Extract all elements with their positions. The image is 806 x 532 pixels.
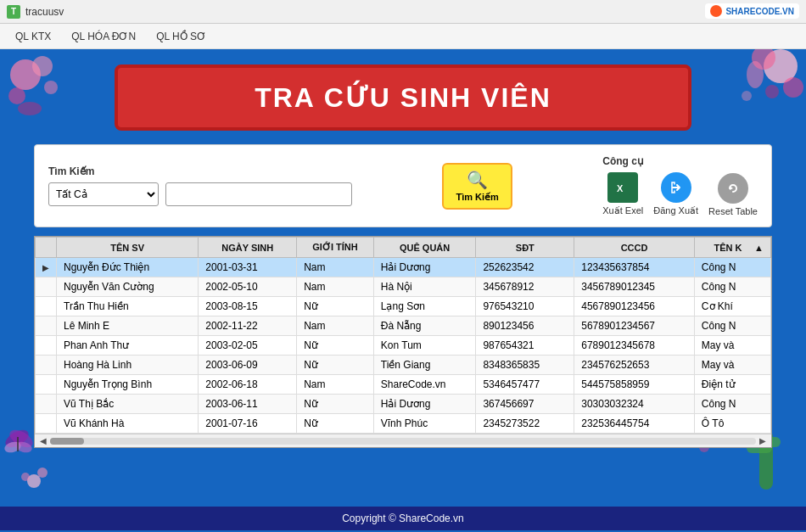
svg-point-5 [764,49,798,83]
svg-point-14 [14,440,33,455]
cell-sdt: 890123456 [476,316,574,336]
watermark-top: SHARECODE.VN [705,3,799,19]
cell-gioitinh: Nam [297,258,374,277]
table-scroll[interactable]: TÊN SV NGÀY SINH GIỚI TÍNH QUÊ QUÁN SĐT … [35,237,771,434]
col-header-sdt: SĐT [476,238,574,258]
cell-ngaysinh: 2003-06-11 [199,395,297,414]
table-row[interactable]: Lê Minh E 2002-11-22 Nam Đà Nẵng 8901234… [36,316,771,336]
table-scrollbar[interactable]: ◀ ▶ [35,434,771,447]
row-indicator [36,336,57,356]
cell-cccd: 3456789012345 [574,277,695,297]
cell-ngaysinh: 2003-02-05 [199,336,297,356]
table-row[interactable]: Nguyễn Văn Cường 2002-05-10 Nam Hà Nội 3… [36,277,771,297]
cell-tenk: Ô Tô [694,414,770,434]
table-row[interactable]: Hoàng Hà Linh 2003-06-09 Nữ Tiền Giang 8… [36,356,771,375]
search-button-label: Tìm Kiếm [456,192,498,203]
menu-ql-hoadon[interactable]: QL HÓA ĐƠN [63,27,144,46]
svg-point-9 [747,61,764,88]
cell-gioitinh: Nam [297,375,374,395]
row-indicator [36,414,57,434]
cell-ngaysinh: 2002-06-18 [199,375,297,395]
table-row[interactable]: Nguyễn Trọng Bình 2002-06-18 Nam ShareCo… [36,375,771,395]
scroll-right-arrow[interactable]: ▶ [756,436,770,445]
cell-quequan: Đà Nẵng [373,316,476,336]
cell-gioitinh: Nữ [297,356,374,375]
svg-point-8 [765,85,779,98]
row-indicator [36,356,57,375]
table-row[interactable]: Trần Thu Hiền 2003-08-15 Nữ Lạng Sơn 976… [36,297,771,316]
cell-sdt: 252623542 [476,258,574,277]
cell-quequan: Lạng Sơn [373,297,476,316]
cell-sdt: 367456697 [476,395,574,414]
cell-sdt: 976543210 [476,297,574,316]
svg-point-11 [3,427,31,451]
table-container: TÊN SV NGÀY SINH GIỚI TÍNH QUÊ QUÁN SĐT … [34,236,772,448]
col-header-tensv: TÊN SV [57,238,199,258]
cell-gioitinh: Nữ [297,395,374,414]
table-body: ▶ Nguyễn Đức Thiện 2001-03-31 Nam Hải Dư… [36,258,771,434]
app-title: tracuusv [25,6,64,18]
svg-point-2 [8,87,25,104]
cell-cccd: 123435637854 [574,258,695,277]
scrollbar-track [50,438,756,445]
export-excel-button[interactable]: X Xuất Exel [602,172,643,216]
title-bar: T tracuusv SHARECODE.VN [0,0,806,24]
reset-table-button[interactable]: Reset Table [708,173,758,216]
cell-tensv: Vũ Khánh Hà [57,414,199,434]
row-indicator [36,316,57,336]
cell-tensv: Trần Thu Hiền [57,297,199,316]
watermark-dot [710,5,722,17]
table-row[interactable]: Vũ Thị Bắc 2003-06-11 Nữ Hải Dương 36745… [36,395,771,414]
cell-tensv: Phan Anh Thư [57,336,199,356]
search-icon: 🔍 [467,170,488,190]
row-indicator [36,297,57,316]
cell-cccd: 544575858959 [574,375,695,395]
table-row[interactable]: Phan Anh Thư 2003-02-05 Nữ Kon Tum 98765… [36,336,771,356]
cell-tenk: Công N [694,395,770,414]
tools-panel: Công cụ X Xuất Exel [602,155,758,216]
cell-quequan: Kon Tum [373,336,476,356]
cell-tenk: Công N [694,316,770,336]
menu-ql-hoso[interactable]: QL HỒ SƠ [148,27,215,46]
logout-icon [661,172,691,203]
svg-point-6 [752,49,775,70]
cell-gioitinh: Nam [297,316,374,336]
cell-tensv: Nguyễn Đức Thiện [57,258,199,277]
deco-topleft [0,49,102,151]
row-indicator [36,375,57,395]
search-label: Tìm Kiếm [48,165,352,177]
cell-quequan: ShareCode.vn [373,375,476,395]
logout-button[interactable]: Đăng Xuất [653,172,698,216]
menu-ql-ktx[interactable]: QL KTX [7,27,59,46]
scrollbar-thumb[interactable] [50,438,84,445]
logout-label: Đăng Xuất [653,205,698,216]
cell-sdt: 8348365835 [476,356,574,375]
cell-sdt: 2345273522 [476,414,574,434]
col-header-indicator [36,238,57,258]
scroll-left-arrow[interactable]: ◀ [36,436,50,445]
deco-topright [687,49,806,134]
menu-bar: QL KTX QL HÓA ĐƠN QL HỒ SƠ [0,24,806,49]
table-row[interactable]: Vũ Khánh Hà 2001-07-16 Nữ Vĩnh Phúc 2345… [36,414,771,434]
cell-gioitinh: Nữ [297,336,374,356]
row-indicator [36,277,57,297]
col-header-tenk: TÊN K ▲ [694,238,770,258]
svg-point-1 [32,56,53,76]
cell-tenk: Công N [694,277,770,297]
table-row[interactable]: ▶ Nguyễn Đức Thiện 2001-03-31 Nam Hải Dư… [36,258,771,277]
search-select[interactable]: Tất Cả Tên SV MSSV Ngày Sinh Giới Tính Q… [48,182,159,206]
excel-icon: X [607,172,638,203]
search-left: Tìm Kiếm Tất Cả Tên SV MSSV Ngày Sinh Gi… [48,165,352,206]
row-indicator [36,395,57,414]
svg-point-13 [3,440,22,455]
search-button[interactable]: 🔍 Tìm Kiếm [442,163,512,210]
cell-quequan: Tiền Giang [373,356,476,375]
search-panel: Tìm Kiếm Tất Cả Tên SV MSSV Ngày Sinh Gi… [34,144,772,227]
cell-gioitinh: Nữ [297,414,374,434]
cell-cccd: 5678901234567 [574,316,695,336]
search-input[interactable] [165,182,352,206]
row-indicator: ▶ [36,258,57,277]
tools-label: Công cụ [602,155,758,167]
cell-ngaysinh: 2001-07-16 [199,414,297,434]
cell-ngaysinh: 2002-05-10 [199,277,297,297]
